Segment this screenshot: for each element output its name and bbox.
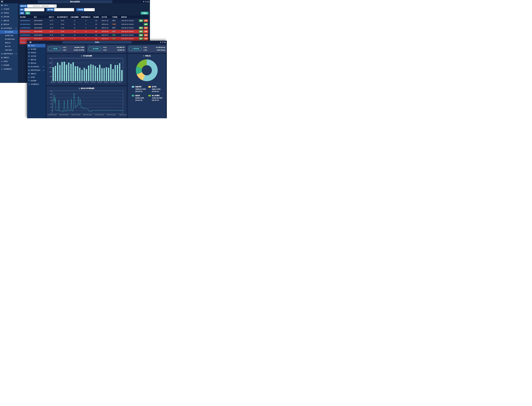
kpi-value: 155,990 NT <box>117 47 125 48</box>
bar <box>70 64 72 81</box>
cell-delivery_date: 2025-04-20 <box>101 31 111 32</box>
bar <box>119 63 120 81</box>
cell-material_size: 47.72 <box>47 27 56 29</box>
cell-product: R5020-6000R <box>33 31 47 32</box>
sidebar-item-異常告警[interactable]: 異常告警 <box>27 54 45 58</box>
legend-label: 滾牙區 <box>152 86 157 88</box>
kpi-values: 年累計22,356.06 kg月累計5,827.96 kg <box>143 47 165 51</box>
legend-percent: (12.80 %) <box>152 90 165 92</box>
order-no-link[interactable]: SO20250120013 <box>20 34 33 36</box>
calendar-icon[interactable] <box>54 5 56 7</box>
bar <box>66 65 67 81</box>
close-button[interactable]: 結案 <box>144 27 148 29</box>
notifications-bell-icon[interactable] <box>143 1 144 3</box>
x-tick-label: 2025-07-08 23:30 <box>118 114 127 115</box>
cell-target_qty: 12 <box>69 31 80 32</box>
sidebar-item-即時監控[interactable]: 即時監控 <box>0 11 18 15</box>
edit-button[interactable]: 編輯 <box>139 34 143 36</box>
sidebar-item-趨勢分析[interactable]: 趨勢分析 <box>0 19 18 22</box>
edit-button[interactable]: 編輯 <box>139 19 143 22</box>
export-button[interactable]: 匯出 <box>25 12 30 14</box>
order-no-link[interactable]: SO20250120017 <box>20 20 33 22</box>
date-range-input[interactable] <box>27 4 57 8</box>
bar <box>101 68 103 81</box>
order-no-link[interactable]: SO20250120012 <box>20 38 33 40</box>
desktop-canvas: 製令生產排程 0 主控台電力配置即時監控異常告警趨勢分析費用分析製令排程系統製令… <box>0 0 167 118</box>
sidebar-item-label: 角色權限設定 <box>31 83 39 85</box>
sidebar-item-即時監控[interactable]: 即時監控 <box>27 51 45 54</box>
sidebar-item-角色權限設定[interactable]: 角色權限設定 <box>0 67 18 71</box>
status-badge: 未開工 <box>112 20 116 21</box>
cell-delivery_date: 2025-04-20 <box>101 24 111 25</box>
sidebar-item-電力配置[interactable]: 電力配置 <box>27 47 45 51</box>
import-orders-button[interactable]: 工單匯入 <box>141 12 149 14</box>
order-no-input[interactable] <box>54 8 74 11</box>
cell-material_size: 47.72 <box>47 38 56 40</box>
sidebar-item-費用分析[interactable]: 費用分析 <box>27 61 45 65</box>
cell-grind_target: 47.54 <box>56 20 69 22</box>
sidebar-item-參數設定[interactable]: 參數設定 <box>0 56 18 59</box>
sidebar-item-主控台[interactable]: 主控台 <box>0 3 18 7</box>
edit-button[interactable]: 編輯 <box>139 37 143 40</box>
cell-order_qty: 60 <box>91 38 101 40</box>
sidebar-subitem-label: 巡檢日報表 <box>5 49 12 51</box>
sidebar-subitem-製令產量日報表[interactable]: 製令產量日報表 <box>0 37 18 41</box>
column-header: 無心研磨目標尺吋 <box>56 16 69 18</box>
sidebar-subitem-除外工時[interactable]: 除外工時 <box>0 45 18 48</box>
sidebar-subitem-製令生產排程[interactable]: 製令生產排程 <box>0 30 18 34</box>
sidebar-subitem-label: 產量分析 <box>5 42 11 44</box>
sidebar-item-趨勢分析[interactable]: 趨勢分析 <box>27 58 45 61</box>
sidebar-item-製令排程系統[interactable]: 製令排程系統 <box>0 26 18 30</box>
sidebar-item-label: 製令排程系統 <box>31 66 39 68</box>
sidebar-item-主控台[interactable]: 主控台 <box>27 44 45 47</box>
sidebar-item-參數設定[interactable]: 參數設定 <box>27 72 45 75</box>
menu-icon[interactable] <box>30 42 31 43</box>
order-no-link[interactable]: SO20250120016 <box>20 24 33 25</box>
order-no-link[interactable]: SO20250120014 <box>20 31 33 32</box>
sidebar-item-label: 參數設定 <box>31 73 36 75</box>
cell-created: 2025-06-20 15:58:53 <box>121 38 136 40</box>
notifications-bell-icon[interactable] <box>160 42 161 43</box>
sidebar-item-費用分析[interactable]: 費用分析 <box>0 22 18 26</box>
status-select[interactable] <box>84 8 95 11</box>
cell-material_size: 47.72 <box>47 31 56 32</box>
settings-gear-icon[interactable] <box>164 42 166 43</box>
bar <box>99 65 100 81</box>
sidebar-cost-icon <box>1 24 3 25</box>
query-button[interactable]: 查詢 <box>20 12 24 14</box>
sidebar-route-icon <box>28 80 30 81</box>
x-tick-label: 2025-07-08 11:45:00 <box>83 114 92 115</box>
sidebar-item-異常告警[interactable]: 異常告警 <box>0 15 18 19</box>
cell-created: 2025-06-20 15:58:53 <box>121 31 136 32</box>
sidebar-item-硬體管理與設定[interactable]: 硬體管理與設定 <box>0 52 18 56</box>
edit-button[interactable]: 編輯 <box>139 27 143 29</box>
sidebar-item-電力配置[interactable]: 電力配置 <box>0 7 18 11</box>
sidebar-item-使用者[interactable]: 使用者 <box>0 59 18 63</box>
close-button[interactable]: 結案 <box>144 34 148 36</box>
settings-gear-icon[interactable] <box>147 1 149 3</box>
close-button[interactable]: 結案 <box>144 19 148 22</box>
sidebar-subitem-產量分析[interactable]: 產量分析 <box>0 41 18 45</box>
sidebar-item-製令排程系統[interactable]: 製令排程系統 <box>27 65 45 68</box>
cell-status: 未開工 <box>111 27 121 29</box>
order-no-link[interactable]: SO20250120015 <box>20 27 33 29</box>
sidebar-item-路由授權[interactable]: 路由授權 <box>0 63 18 67</box>
product-input[interactable] <box>24 8 44 11</box>
sidebar-item-硬體管理與設定[interactable]: 硬體管理與設定 <box>27 68 45 72</box>
sidebar-item-路由授權[interactable]: 路由授權 <box>27 79 45 82</box>
cell-delivery_date: 2025-04-20 <box>101 38 111 40</box>
page-title-text: 製令生產排程 <box>70 1 80 3</box>
row-actions: 編輯結案 <box>136 27 149 29</box>
cell-grind_target: 47.54 <box>56 38 69 40</box>
edit-button[interactable]: 編輯 <box>144 23 148 26</box>
sidebar-item-使用者[interactable]: 使用者 <box>27 75 45 79</box>
sidebar-subitem-排程開工明細[interactable]: 排程開工明細 <box>0 34 18 37</box>
edit-button[interactable]: 編輯 <box>139 30 143 33</box>
close-button[interactable]: 結案 <box>144 37 148 40</box>
bar <box>77 66 78 81</box>
sidebar-subitem-巡檢日報表[interactable]: 巡檢日報表 <box>0 48 18 52</box>
menu-icon[interactable] <box>1 1 3 2</box>
chevron-down-icon <box>93 9 94 10</box>
sidebar-item-角色權限設定[interactable]: 角色權限設定 <box>27 82 45 86</box>
close-button[interactable]: 結案 <box>144 30 148 33</box>
